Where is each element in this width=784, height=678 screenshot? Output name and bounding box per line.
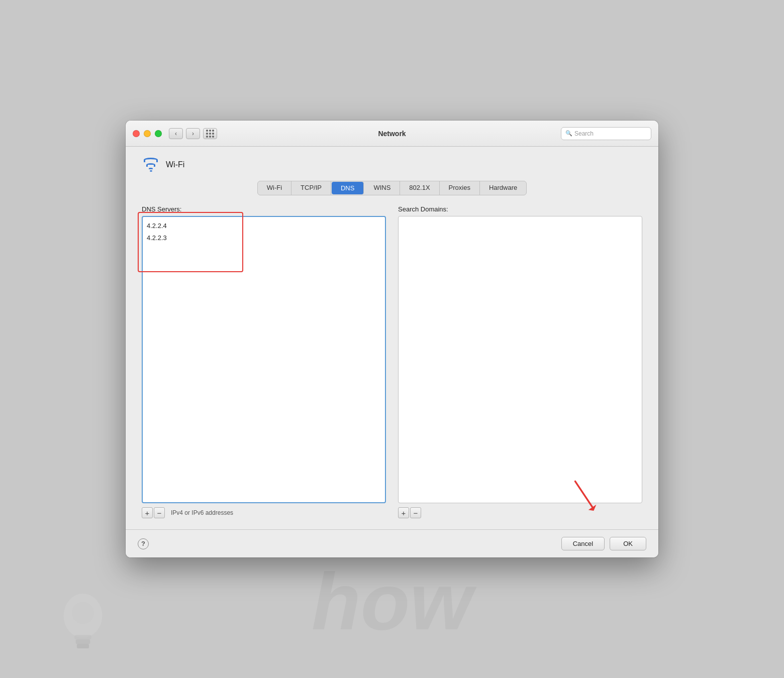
titlebar: ‹ › Network 🔍 Search — [126, 121, 658, 147]
content-area: Wi-Fi Wi-Fi TCP/IP DNS WINS 802.1X Proxi… — [126, 147, 658, 529]
dns-add-button[interactable]: + — [142, 507, 153, 518]
tab-tcpip[interactable]: TCP/IP — [291, 181, 331, 195]
svg-rect-1 — [75, 635, 91, 640]
watermark-text: how — [312, 555, 472, 648]
search-domains-panel: Search Domains: + − — [398, 205, 642, 518]
dns-servers-label: DNS Servers: — [142, 205, 386, 213]
dns-servers-wrapper: 4.2.2.4 4.2.2.3 — [142, 216, 386, 503]
minimize-button[interactable] — [144, 130, 151, 137]
tab-8021x[interactable]: 802.1X — [400, 181, 439, 195]
search-domains-label: Search Domains: — [398, 205, 642, 213]
dns-hint: IPv4 or IPv6 addresses — [171, 509, 233, 516]
svg-point-4 — [72, 602, 94, 624]
action-buttons: Cancel OK — [561, 537, 646, 550]
close-button[interactable] — [133, 130, 140, 137]
wifi-label: Wi-Fi — [166, 160, 184, 169]
dns-servers-list[interactable]: 4.2.2.4 4.2.2.3 — [142, 216, 386, 503]
wifi-icon — [142, 158, 160, 172]
dns-servers-panel: DNS Servers: 4.2.2.4 4.2.2.3 + − IPv4 or… — [142, 205, 386, 518]
dns-entry-2: 4.2.2.3 — [147, 232, 381, 244]
tabs-bar: Wi-Fi TCP/IP DNS WINS 802.1X Proxies Har… — [257, 181, 527, 195]
tab-hardware[interactable]: Hardware — [480, 181, 526, 195]
help-button[interactable]: ? — [138, 538, 149, 549]
dns-entry-1: 4.2.2.4 — [147, 220, 381, 232]
svg-point-0 — [64, 594, 103, 638]
network-preferences-window: ‹ › Network 🔍 Search Wi-Fi — [126, 121, 658, 557]
svg-rect-3 — [77, 644, 89, 648]
tab-proxies[interactable]: Proxies — [440, 181, 480, 195]
search-icon: 🔍 — [565, 130, 572, 137]
nav-buttons: ‹ › — [169, 128, 200, 139]
cancel-button[interactable]: Cancel — [561, 537, 605, 550]
search-domains-controls: + − — [398, 507, 642, 518]
dns-remove-button[interactable]: − — [154, 507, 165, 518]
tab-wifi[interactable]: Wi-Fi — [258, 181, 291, 195]
back-button[interactable]: ‹ — [169, 128, 183, 139]
maximize-button[interactable] — [155, 130, 162, 137]
dns-panels: DNS Servers: 4.2.2.4 4.2.2.3 + − IPv4 or… — [142, 205, 642, 518]
ok-button[interactable]: OK — [610, 537, 646, 550]
search-domains-list[interactable] — [398, 216, 642, 503]
search-domains-remove-button[interactable]: − — [410, 507, 421, 518]
forward-button[interactable]: › — [186, 128, 200, 139]
lightbulb-icon — [55, 583, 111, 663]
window-title: Network — [378, 130, 406, 138]
svg-rect-2 — [76, 639, 90, 644]
dns-controls: + − IPv4 or IPv6 addresses — [142, 507, 386, 518]
search-bar[interactable]: 🔍 Search — [561, 127, 651, 140]
wifi-header: Wi-Fi — [142, 158, 642, 172]
search-placeholder: Search — [574, 130, 594, 137]
tab-dns[interactable]: DNS — [332, 182, 364, 194]
search-domains-add-button[interactable]: + — [398, 507, 409, 518]
tab-wins[interactable]: WINS — [364, 181, 400, 195]
grid-view-button[interactable] — [203, 128, 217, 139]
traffic-lights — [133, 130, 162, 137]
grid-icon — [206, 130, 214, 138]
bottom-bar: ? Cancel OK — [126, 529, 658, 557]
